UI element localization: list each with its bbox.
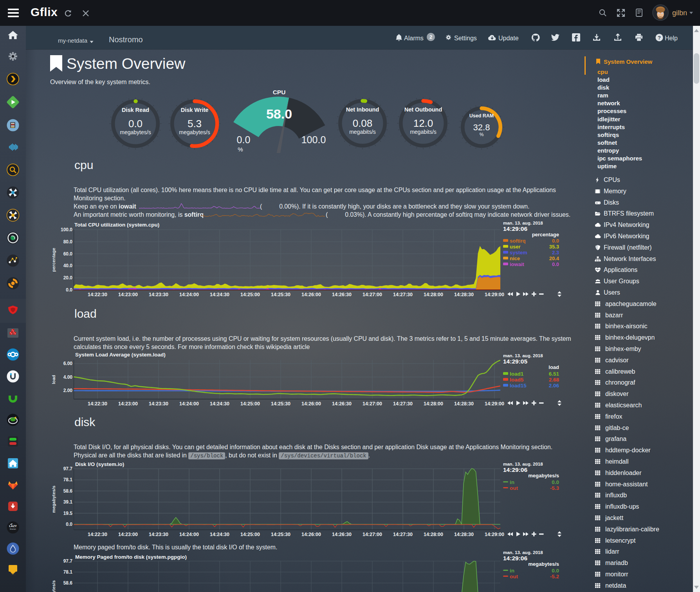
svg-text:14:26:30: 14:26:30 [332, 292, 352, 297]
svg-text:megabytes/s: megabytes/s [51, 580, 56, 592]
svg-text:14:26:30: 14:26:30 [332, 401, 352, 407]
svg-text:%: % [238, 146, 243, 153]
svg-text:0.0: 0.0 [66, 287, 72, 293]
svg-text:78.1: 78.1 [63, 477, 73, 482]
svg-text:megabits/s: megabits/s [349, 129, 376, 135]
svg-text:100.0: 100.0 [61, 227, 72, 232]
svg-text:Net Inbound: Net Inbound [346, 106, 379, 113]
svg-text:6.00: 6.00 [63, 361, 73, 366]
svg-text:58.0: 58.0 [266, 106, 292, 121]
svg-text:14:25:30: 14:25:30 [271, 532, 290, 537]
svg-text:14:23:00: 14:23:00 [118, 532, 138, 537]
svg-text:14:28:30: 14:28:30 [454, 532, 474, 537]
svg-text:Disk I/O (system.io): Disk I/O (system.io) [75, 461, 124, 467]
svg-text:megabytes/s: megabytes/s [120, 129, 151, 135]
svg-text:39.1: 39.1 [63, 499, 73, 505]
svg-text:14:29:00: 14:29:00 [485, 292, 504, 297]
svg-text:CPU: CPU [273, 89, 286, 95]
svg-text:2.00: 2.00 [63, 388, 73, 393]
svg-text:Disk Read: Disk Read [122, 107, 149, 113]
svg-text:megabits/s: megabits/s [410, 129, 437, 135]
svg-text:14:28:00: 14:28:00 [424, 532, 443, 537]
svg-text:load: load [51, 375, 56, 384]
svg-text:%: % [480, 132, 484, 137]
svg-text:100.0: 100.0 [301, 134, 326, 145]
svg-text:14:28:00: 14:28:00 [424, 292, 443, 297]
svg-text:14:24:30: 14:24:30 [210, 401, 229, 407]
svg-text:14:25:30: 14:25:30 [271, 292, 290, 297]
svg-text:32.8: 32.8 [473, 122, 490, 132]
svg-text:0.0: 0.0 [237, 134, 251, 145]
svg-text:megabytes/s: megabytes/s [179, 129, 210, 135]
svg-text:14:28:30: 14:28:30 [454, 292, 474, 297]
svg-text:Memory Paged from/to disk (sys: Memory Paged from/to disk (system.pgpgio… [75, 554, 187, 560]
svg-text:78.1: 78.1 [63, 569, 73, 575]
svg-text:14:27:00: 14:27:00 [363, 401, 382, 407]
svg-text:97.7: 97.7 [63, 558, 73, 564]
svg-text:14:25:00: 14:25:00 [240, 401, 260, 407]
svg-text:14:26:30: 14:26:30 [332, 532, 352, 537]
svg-text:14:23:30: 14:23:30 [149, 532, 168, 537]
svg-text:14:22:30: 14:22:30 [88, 292, 107, 297]
svg-text:0.0: 0.0 [128, 118, 143, 130]
svg-text:System Load Average (system.lo: System Load Average (system.load) [75, 352, 166, 358]
svg-text:40.0: 40.0 [63, 263, 73, 268]
svg-text:14:24:00: 14:24:00 [179, 532, 199, 537]
svg-text:58.6: 58.6 [63, 580, 73, 586]
svg-text:19.5: 19.5 [63, 511, 73, 516]
svg-text:20.0: 20.0 [63, 275, 73, 281]
svg-text:14:27:00: 14:27:00 [363, 532, 382, 537]
svg-text:0.08: 0.08 [353, 117, 373, 129]
svg-text:Net Outbound: Net Outbound [404, 106, 442, 113]
svg-text:80.0: 80.0 [63, 239, 73, 245]
svg-text:14:27:00: 14:27:00 [363, 292, 382, 297]
svg-text:12.0: 12.0 [413, 117, 433, 129]
svg-text:14:25:30: 14:25:30 [271, 401, 290, 407]
svg-text:0.0: 0.0 [66, 522, 72, 527]
svg-text:14:28:30: 14:28:30 [454, 401, 474, 407]
svg-text:14:27:30: 14:27:30 [393, 292, 413, 297]
svg-text:14:23:00: 14:23:00 [118, 292, 138, 297]
svg-text:14:24:30: 14:24:30 [210, 532, 229, 537]
svg-text:14:23:30: 14:23:30 [149, 292, 168, 297]
svg-text:14:24:00: 14:24:00 [179, 401, 199, 407]
svg-text:14:22:30: 14:22:30 [88, 401, 107, 407]
svg-text:14:29:00: 14:29:00 [485, 401, 504, 407]
svg-text:14:27:30: 14:27:30 [393, 401, 413, 407]
svg-text:percentage: percentage [51, 248, 56, 272]
svg-text:97.7: 97.7 [63, 466, 73, 471]
svg-text:Used RAM: Used RAM [469, 113, 494, 119]
svg-text:14:27:30: 14:27:30 [393, 532, 413, 537]
svg-text:14:26:00: 14:26:00 [301, 292, 321, 297]
svg-text:58.6: 58.6 [63, 488, 73, 494]
svg-text:14:24:00: 14:24:00 [179, 292, 199, 297]
svg-text:14:24:30: 14:24:30 [210, 292, 229, 297]
svg-text:14:28:00: 14:28:00 [424, 401, 443, 407]
svg-text:Total CPU utilization (system.: Total CPU utilization (system.cpu) [74, 222, 159, 228]
svg-text:megabytes/s: megabytes/s [51, 486, 56, 513]
svg-text:14:25:00: 14:25:00 [240, 532, 260, 537]
svg-text:14:26:00: 14:26:00 [301, 401, 321, 407]
svg-text:14:26:00: 14:26:00 [301, 532, 321, 537]
svg-text:60.0: 60.0 [63, 251, 73, 257]
svg-text:14:23:00: 14:23:00 [118, 401, 138, 407]
svg-text:Disk Write: Disk Write [181, 107, 209, 113]
svg-text:14:25:00: 14:25:00 [240, 292, 260, 297]
svg-text:4.00: 4.00 [63, 374, 73, 380]
svg-text:14:23:30: 14:23:30 [149, 401, 168, 407]
svg-text:14:29:00: 14:29:00 [485, 532, 504, 537]
svg-text:14:22:30: 14:22:30 [88, 532, 107, 537]
svg-text:5.3: 5.3 [188, 118, 202, 130]
